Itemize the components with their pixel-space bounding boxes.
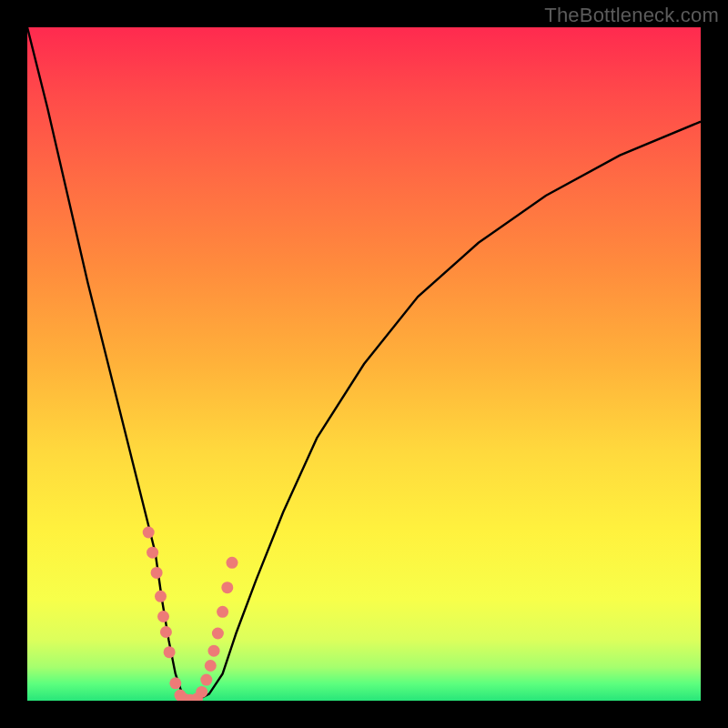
bottleneck-curve-path (27, 27, 701, 701)
marker-group (143, 527, 238, 702)
marker-dot (212, 628, 224, 640)
marker-dot (143, 527, 155, 539)
chart-stage: TheBottleneck.com (0, 0, 728, 728)
marker-dot (217, 606, 228, 618)
marker-dot (227, 557, 238, 569)
marker-dot (196, 686, 207, 698)
watermark-text: TheBottleneck.com (544, 4, 719, 27)
plot-area (27, 27, 701, 701)
marker-dot (200, 674, 212, 686)
curve-svg (27, 27, 701, 701)
marker-dot (164, 646, 176, 658)
marker-dot (160, 626, 172, 638)
marker-dot (221, 581, 233, 593)
marker-dot (169, 677, 181, 689)
marker-dot (208, 645, 220, 657)
marker-dot (147, 547, 158, 559)
marker-dot (157, 611, 169, 622)
marker-dot (151, 567, 163, 579)
marker-dot (205, 660, 217, 672)
marker-dot (155, 591, 167, 602)
